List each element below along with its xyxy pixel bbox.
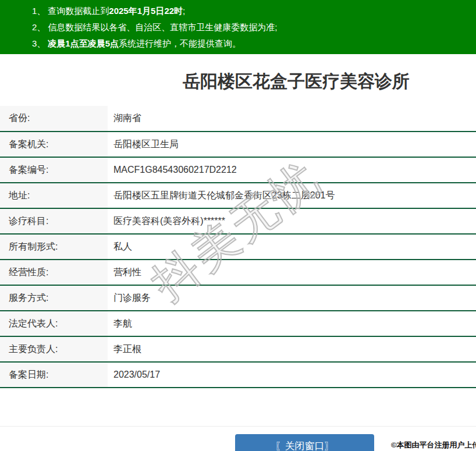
row-value: 医疗美容科(美容外科)****** — [108, 208, 476, 234]
row-label: 备案日期: — [0, 362, 108, 388]
table-row-filing-number: 备案编号: MACF1G84543060217D2212 — [0, 157, 476, 183]
notice-text-bold: 凌晨1点至凌晨5点 — [48, 38, 119, 48]
row-value: 私人 — [108, 234, 476, 260]
notice-line-2: 2、信息数据结果以各省、自治区、直辖市卫生健康委数据为准; — [32, 19, 470, 35]
row-label: 所有制形式: — [0, 234, 108, 260]
row-label: 地址: — [0, 183, 108, 208]
page-title: 岳阳楼区花盒子医疗美容诊所 — [116, 69, 476, 94]
table-row-service-mode: 服务方式: 门诊服务 — [0, 285, 476, 311]
row-value: 2023/05/17 — [108, 362, 476, 388]
row-value: MACF1G84543060217D2212 — [108, 157, 476, 183]
table-row-address: 地址: 岳阳楼区五里牌街道天伦城郁金香街区23栋二层201号 — [0, 183, 476, 208]
row-label: 法定代表人: — [0, 311, 108, 336]
table-row-filing-date: 备案日期: 2023/05/17 — [0, 362, 476, 388]
notice-text-bold: 2025年1月5日22时 — [109, 6, 183, 16]
notice-number: 3、 — [32, 38, 45, 48]
row-value: 李航 — [108, 311, 476, 336]
row-label: 备案编号: — [0, 157, 108, 183]
record-detail-table: 省份: 湖南省 备案机关: 岳阳楼区卫生局 备案编号: MACF1G845430… — [0, 106, 476, 388]
notice-line-3: 3、凌晨1点至凌晨5点系统进行维护，不能提供查询。 — [32, 35, 470, 52]
row-value: 岳阳楼区卫生局 — [108, 132, 476, 157]
row-label: 服务方式: — [0, 285, 108, 311]
row-value: 营利性 — [108, 260, 476, 285]
table-row-filing-authority: 备案机关: 岳阳楼区卫生局 — [0, 132, 476, 157]
notice-banner: 1、查询数据截止到2025年1月5日22时; 2、信息数据结果以各省、自治区、直… — [0, 0, 476, 54]
table-row-legal-representative: 法定代表人: 李航 — [0, 311, 476, 336]
notice-text: ; — [183, 6, 185, 16]
row-label: 主要负责人: — [0, 336, 108, 362]
query-result-page: 1、查询数据截止到2025年1月5日22时; 2、信息数据结果以各省、自治区、直… — [0, 0, 476, 451]
table-row-province: 省份: 湖南省 — [0, 106, 476, 132]
row-label: 经营性质: — [0, 260, 108, 285]
footer-divider — [0, 426, 476, 427]
table-row-medical-subjects: 诊疗科目: 医疗美容科(美容外科)****** — [0, 208, 476, 234]
row-value: 门诊服务 — [108, 285, 476, 311]
row-value: 湖南省 — [108, 106, 476, 132]
row-label: 省份: — [0, 106, 108, 132]
copyright-note: ©本图由平台注册用户上传 — [391, 440, 476, 450]
table-row-principal: 主要负责人: 李正根 — [0, 336, 476, 362]
notice-line-1: 1、查询数据截止到2025年1月5日22时; — [32, 3, 470, 19]
row-value: 李正根 — [108, 336, 476, 362]
table-row-ownership-form: 所有制形式: 私人 — [0, 234, 476, 260]
close-window-button[interactable]: 〖关闭窗口〗 — [235, 434, 374, 451]
row-label: 备案机关: — [0, 132, 108, 157]
notice-number: 2、 — [32, 22, 45, 32]
row-label: 诊疗科目: — [0, 208, 108, 234]
table-row-business-nature: 经营性质: 营利性 — [0, 260, 476, 285]
notice-text: 系统进行维护，不能提供查询。 — [119, 38, 241, 48]
notice-text: 查询数据截止到 — [48, 6, 109, 16]
row-value: 岳阳楼区五里牌街道天伦城郁金香街区23栋二层201号 — [108, 183, 476, 208]
notice-text: 信息数据结果以各省、自治区、直辖市卫生健康委数据为准; — [48, 22, 277, 32]
notice-number: 1、 — [32, 6, 45, 16]
